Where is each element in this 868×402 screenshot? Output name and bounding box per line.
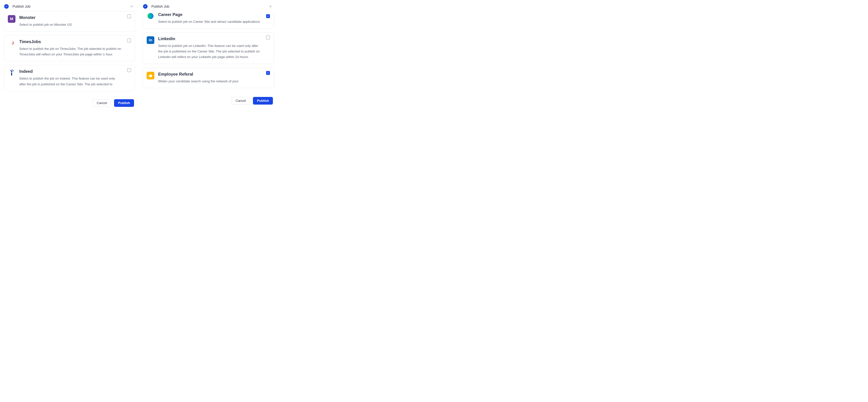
cancel-button[interactable]: Cancel — [231, 97, 250, 105]
option-checkbox[interactable] — [266, 14, 270, 18]
indeed-logo-icon — [8, 69, 16, 77]
check-circle-icon — [143, 4, 148, 9]
svg-rect-1 — [11, 73, 12, 76]
career-page-logo-icon — [147, 12, 154, 20]
thumbs-up-icon — [147, 72, 154, 79]
option-description: Select to publish the job on Indeed. Thi… — [19, 76, 122, 87]
option-name: Indeed — [19, 69, 122, 74]
option-checkbox[interactable] — [266, 36, 270, 39]
option-name: Career Page — [158, 12, 260, 17]
svg-point-0 — [11, 71, 12, 73]
scroll-fade — [142, 88, 274, 92]
publish-option-career-page: Career Page Select to publish job on Car… — [143, 11, 274, 28]
option-name: Employee Referal — [158, 72, 260, 77]
publish-option-timesjobs: TJ TimesJobs Select to publish the job o… — [4, 35, 135, 61]
publish-job-dialog: Publish Job M Monster Select to publish … — [3, 2, 135, 109]
options-scroll-area: Career Page Select to publish job on Car… — [142, 11, 274, 92]
option-checkbox[interactable] — [127, 15, 131, 18]
dialog-title: Publish Job — [12, 4, 129, 8]
option-name: Linkedin — [158, 36, 260, 41]
option-description: Widen your candidate search using the ne… — [158, 79, 260, 84]
close-icon[interactable] — [268, 4, 273, 8]
cancel-button[interactable]: Cancel — [93, 99, 111, 107]
publish-option-monster: M Monster Select to publish job on Monst… — [4, 11, 135, 31]
timesjobs-logo-icon: TJ — [8, 39, 16, 47]
options-scroll-area: M Monster Select to publish job on Monst… — [3, 11, 135, 94]
option-description: Select to publish job on Career Site and… — [158, 19, 260, 25]
dialog-title: Publish Job — [151, 4, 268, 8]
option-description: Select to publish the job on TimesJobs. … — [19, 46, 122, 57]
dialog-header: Publish Job — [142, 2, 274, 11]
option-checkbox[interactable] — [127, 68, 131, 72]
publish-button[interactable]: Publish — [114, 99, 134, 107]
publish-job-dialog: Publish Job — [142, 2, 274, 106]
close-icon[interactable] — [129, 4, 134, 8]
check-circle-icon — [4, 4, 9, 9]
dialog-footer: Cancel Publish — [142, 92, 274, 106]
option-checkbox[interactable] — [127, 38, 131, 42]
publish-option-linkedin: in Linkedin Select to publish job on Lin… — [143, 32, 274, 64]
dialog-footer: Cancel Publish — [3, 94, 135, 109]
dialog-header: Publish Job — [3, 2, 135, 11]
option-description: Select to publish job on LinkedIn. This … — [158, 43, 260, 60]
publish-option-employee-referral: Employee Referal Widen your candidate se… — [143, 68, 274, 88]
option-description: Select to publish job on Monster US — [19, 22, 122, 27]
linkedin-logo-icon: in — [147, 36, 154, 44]
option-name: Monster — [19, 15, 122, 20]
option-checkbox[interactable] — [266, 71, 270, 75]
publish-option-indeed: Indeed Select to publish the job on Inde… — [4, 65, 135, 91]
publish-button[interactable]: Publish — [253, 97, 273, 105]
option-name: TimesJobs — [19, 39, 122, 44]
monster-logo-icon: M — [8, 15, 16, 23]
